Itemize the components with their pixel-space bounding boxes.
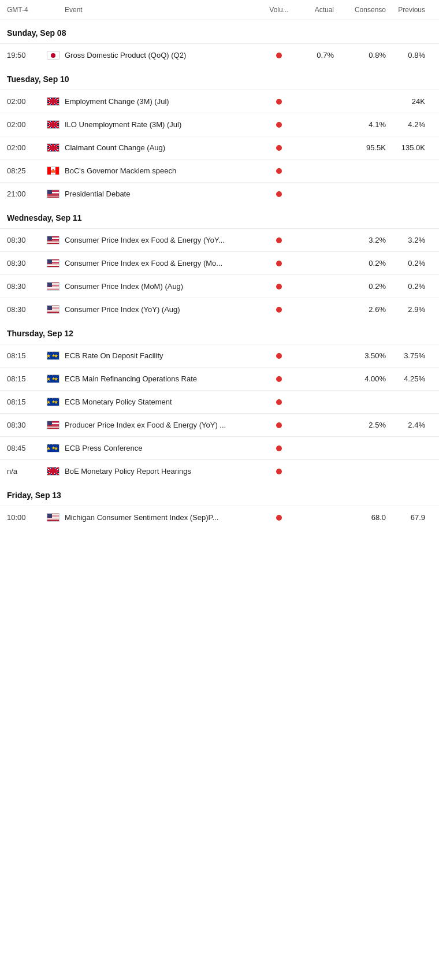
section-header-sunday-sep-08: Sunday, Sep 08 — [0, 20, 439, 43]
table-row[interactable]: 08:30Consumer Price Index ex Food & Ener… — [0, 228, 439, 251]
event-previous: 0.2% — [386, 259, 432, 268]
table-row[interactable]: 08:15★★★★ ★★★★ECB Monetary Policy Statem… — [0, 390, 439, 413]
volume-indicator — [276, 307, 282, 313]
section-header-friday-sep-13: Friday, Sep 13 — [0, 482, 439, 506]
table-row[interactable]: 02:00Employment Change (3M) (Jul)24K — [0, 90, 439, 113]
table-row[interactable]: 02:00ILO Unemployment Rate (3M) (Jul)4.1… — [0, 113, 439, 136]
event-time: 08:30 — [7, 236, 42, 244]
volume-indicator — [276, 446, 282, 451]
event-volume — [265, 446, 293, 451]
event-time: n/a — [7, 467, 42, 476]
event-previous: 2.4% — [386, 421, 432, 429]
event-name: ECB Monetary Policy Statement — [65, 398, 265, 406]
event-time: 02:00 — [7, 97, 42, 106]
event-name: Gross Domestic Product (QoQ) (Q2) — [65, 51, 265, 60]
flag-us — [47, 305, 59, 314]
header-previous: Previous — [386, 6, 432, 14]
header-row: GMT-4 Event Volu... Actual Consenso Prev… — [0, 0, 439, 20]
table-row[interactable]: 08:15★★★★ ★★★★ECB Main Refinancing Opera… — [0, 367, 439, 390]
table-row[interactable]: 08:25🍁BoC's Governor Macklem speech — [0, 159, 439, 182]
table-row[interactable]: 08:30Producer Price Index ex Food & Ener… — [0, 413, 439, 436]
flag-cell: ★★★★ ★★★★ — [42, 398, 65, 406]
flag-gb — [47, 143, 59, 152]
event-consenso: 4.00% — [334, 374, 386, 383]
event-time: 08:30 — [7, 421, 42, 429]
table-row[interactable]: 02:00Claimant Count Change (Aug)95.5K135… — [0, 136, 439, 159]
event-volume — [265, 99, 293, 105]
flag-us — [47, 513, 59, 522]
table-row[interactable]: 08:30Consumer Price Index (YoY) (Aug)2.6… — [0, 298, 439, 321]
event-name: Michigan Consumer Sentiment Index (Sep)P… — [65, 513, 265, 522]
flag-cell: ★★★★ ★★★★ — [42, 444, 65, 452]
event-time: 02:00 — [7, 143, 42, 152]
flag-gb — [47, 467, 59, 476]
event-previous: 0.8% — [386, 51, 432, 60]
event-time: 19:50 — [7, 51, 42, 60]
table-row[interactable]: 08:30Consumer Price Index (MoM) (Aug)0.2… — [0, 274, 439, 298]
event-name: Consumer Price Index ex Food & Energy (Y… — [65, 236, 265, 244]
event-volume — [265, 399, 293, 405]
table-row[interactable]: n/aBoE Monetary Policy Report Hearings — [0, 459, 439, 482]
event-name: Consumer Price Index (MoM) (Aug) — [65, 282, 265, 291]
flag-cell — [42, 305, 65, 314]
event-time: 08:15 — [7, 398, 42, 406]
event-volume — [265, 122, 293, 128]
table-row[interactable]: 10:00Michigan Consumer Sentiment Index (… — [0, 506, 439, 529]
flag-cell — [42, 259, 65, 268]
flag-eu: ★★★★ ★★★★ — [47, 374, 59, 383]
event-consenso: 3.50% — [334, 351, 386, 360]
volume-indicator — [276, 261, 282, 266]
flag-cell — [42, 421, 65, 429]
flag-cell — [42, 120, 65, 129]
table-row[interactable]: 08:45★★★★ ★★★★ECB Press Conference — [0, 436, 439, 459]
volume-indicator — [276, 515, 282, 521]
flag-us — [47, 259, 59, 268]
event-volume — [265, 261, 293, 266]
table-row[interactable]: 08:15★★★★ ★★★★ECB Rate On Deposit Facili… — [0, 344, 439, 367]
event-time: 08:15 — [7, 351, 42, 360]
event-volume — [265, 422, 293, 428]
volume-indicator — [276, 376, 282, 382]
event-time: 08:30 — [7, 305, 42, 314]
event-consenso: 68.0 — [334, 513, 386, 522]
flag-cell — [42, 190, 65, 198]
event-name: ECB Press Conference — [65, 444, 265, 452]
flag-cell — [42, 51, 65, 60]
event-consenso: 95.5K — [334, 143, 386, 152]
header-actual: Actual — [293, 6, 334, 14]
event-time: 08:30 — [7, 259, 42, 268]
event-volume — [265, 191, 293, 197]
event-previous: 0.2% — [386, 282, 432, 291]
sections-container: Sunday, Sep 0819:50Gross Domestic Produc… — [0, 20, 439, 529]
volume-indicator — [276, 53, 282, 58]
event-volume — [265, 307, 293, 313]
header-volume: Volu... — [265, 6, 293, 14]
event-name: ILO Unemployment Rate (3M) (Jul) — [65, 120, 265, 129]
flag-eu: ★★★★ ★★★★ — [47, 398, 59, 406]
volume-indicator — [276, 168, 282, 174]
event-time: 02:00 — [7, 120, 42, 129]
flag-cell: ★★★★ ★★★★ — [42, 374, 65, 383]
event-volume — [265, 469, 293, 474]
table-row[interactable]: 08:30Consumer Price Index ex Food & Ener… — [0, 251, 439, 274]
flag-cell — [42, 467, 65, 476]
event-name: Presidential Debate — [65, 190, 265, 198]
event-time: 08:25 — [7, 166, 42, 175]
volume-indicator — [276, 284, 282, 289]
table-row[interactable]: 21:00Presidential Debate — [0, 182, 439, 205]
event-name: BoC's Governor Macklem speech — [65, 166, 265, 175]
event-name: Producer Price Index ex Food & Energy (Y… — [65, 421, 265, 429]
event-previous: 4.25% — [386, 374, 432, 383]
flag-gb — [47, 97, 59, 106]
section-header-wednesday-sep-11: Wednesday, Sep 11 — [0, 205, 439, 228]
header-event: Event — [65, 6, 265, 14]
event-consenso: 4.1% — [334, 120, 386, 129]
volume-indicator — [276, 353, 282, 359]
event-time: 21:00 — [7, 190, 42, 198]
event-name: ECB Rate On Deposit Facility — [65, 351, 265, 360]
table-row[interactable]: 19:50Gross Domestic Product (QoQ) (Q2)0.… — [0, 43, 439, 66]
flag-cell — [42, 97, 65, 106]
event-consenso: 0.2% — [334, 282, 386, 291]
event-previous: 4.2% — [386, 120, 432, 129]
flag-eu: ★★★★ ★★★★ — [47, 351, 59, 360]
